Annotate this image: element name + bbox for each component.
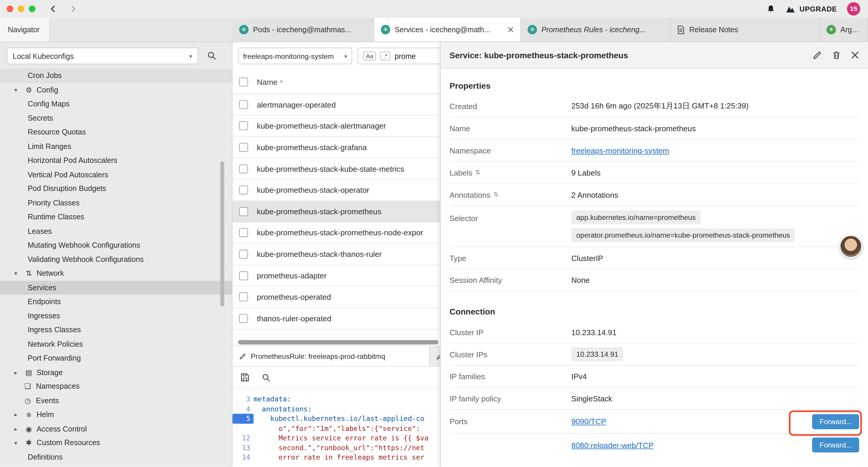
code-line: kubectl.kubernetes.io/last-applied-co <box>253 414 424 424</box>
port-link[interactable]: 8080:reloader-web/TCP <box>571 441 654 449</box>
row-checkbox[interactable] <box>239 100 248 109</box>
sidebar-item-custom-resources[interactable]: ▾✱Custom Resources <box>0 436 232 450</box>
edit-pencil-icon[interactable] <box>813 51 822 60</box>
sidebar-item-validating-webhook-configurations[interactable]: Validating Webhook Configurations <box>0 252 232 266</box>
forward-icon[interactable] <box>68 4 78 13</box>
sidebar-item-namespaces[interactable]: ❏Namespaces <box>0 379 232 393</box>
row-checkbox[interactable] <box>239 293 248 301</box>
match-case-toggle[interactable]: Aa <box>363 52 376 60</box>
chevron-down-icon: ▾ <box>14 270 21 276</box>
sidebar-search-icon[interactable] <box>207 51 217 60</box>
sidebar-item-resource-quotas[interactable]: Resource Quotas <box>0 125 232 139</box>
sidebar-item-events[interactable]: ◷Events <box>0 393 232 408</box>
dock-tab-prometheusrule[interactable]: PrometheusRule: freeleaps-prod-rabbitmq <box>232 346 430 366</box>
horizontal-scrollbar-thumb[interactable] <box>238 340 438 344</box>
sidebar-item-access-control[interactable]: ▸◉Access Control <box>0 422 232 436</box>
sidebar-item-network-policies[interactable]: Network Policies <box>0 337 232 351</box>
drawer-header: Service: kube-prometheus-stack-prometheu… <box>440 42 868 68</box>
document-icon <box>677 25 685 34</box>
row-checkbox[interactable] <box>239 314 248 323</box>
sidebar-item-network[interactable]: ▾⇅Network <box>0 266 232 281</box>
regex-toggle[interactable]: .* <box>380 52 390 60</box>
close-tab-icon[interactable] <box>507 27 514 33</box>
namespace-link[interactable]: freeleaps-monitoring-system <box>571 146 669 155</box>
properties-heading: Properties <box>450 76 859 95</box>
sidebar-item-storage[interactable]: ▸▤Storage <box>0 365 232 380</box>
sidebar-item-config[interactable]: ▾⚙Config <box>0 83 232 97</box>
minimize-window-button[interactable] <box>18 6 24 12</box>
sidebar-item-pod-disruption-budgets[interactable]: Pod Disruption Budgets <box>0 182 232 196</box>
sidebar-item-priority-classes[interactable]: Priority Classes <box>0 196 232 210</box>
forward-button[interactable]: Forward... <box>812 414 859 429</box>
chevron-right-icon: ▸ <box>14 369 21 375</box>
sidebar-item-ingresses[interactable]: Ingresses <box>0 309 232 323</box>
row-checkbox[interactable] <box>239 250 248 259</box>
sidebar-scrollbar[interactable] <box>220 161 224 306</box>
expand-collapse-icon[interactable]: ⇅ <box>475 169 480 176</box>
namespaces-icon: ❏ <box>23 382 32 390</box>
kubernetes-cluster-icon: ✳ <box>528 25 537 34</box>
tab-release-notes[interactable]: Release Notes <box>670 18 820 42</box>
sidebar-item-services[interactable]: Services <box>0 281 232 295</box>
sidebar-item-config-maps[interactable]: Config Maps <box>0 97 232 111</box>
sidebar-item-helm[interactable]: ▸⎈Helm <box>0 408 232 422</box>
ip-families-value: IPv4 <box>571 372 587 381</box>
code-line: error rate in freeleaps metrics ser <box>253 453 424 462</box>
notification-count-badge[interactable]: 15 <box>847 2 860 16</box>
editor-search-icon[interactable] <box>262 373 271 382</box>
row-checkbox[interactable] <box>239 271 248 280</box>
sidebar-item-secrets[interactable]: Secrets <box>0 111 232 125</box>
upgrade-button[interactable]: UPGRADE <box>785 5 837 13</box>
close-icon[interactable] <box>851 51 859 59</box>
tab-prometheus-rules[interactable]: ✳ Prometheus Rules - icecheng... <box>521 18 670 42</box>
close-window-button[interactable] <box>6 6 13 12</box>
sidebar-item-definitions[interactable]: Definitions <box>0 450 232 464</box>
forward-button[interactable]: Forward... <box>812 437 859 453</box>
notifications-bell-icon[interactable] <box>766 4 776 13</box>
custom-resources-icon: ✱ <box>24 439 33 447</box>
sidebar-item-mutating-webhook-configurations[interactable]: Mutating Webhook Configurations <box>0 238 232 253</box>
ip-family-policy-row: IP family policy SingleStack <box>450 388 859 410</box>
port-link[interactable]: 9090/TCP <box>571 417 606 426</box>
kubeconfig-dropdown[interactable]: Local Kubeconfigs ▾ <box>6 48 198 64</box>
cluster-ips-row: Cluster IPs 10.233.14.91 <box>450 344 859 366</box>
select-all-checkbox[interactable] <box>239 77 248 86</box>
tab-strip: Navigator ✳ Pods - icecheng@mathmas... ✳… <box>0 18 868 42</box>
namespace-dropdown-value: freeleaps-monitoring-system <box>243 52 334 60</box>
tab-pods[interactable]: ✳ Pods - icecheng@mathmas... <box>232 18 374 42</box>
sidebar-item-port-forwarding[interactable]: Port Forwarding <box>0 351 232 365</box>
sidebar-item-limit-ranges[interactable]: Limit Ranges <box>0 139 232 153</box>
sort-asc-icon: ^ <box>280 78 283 86</box>
namespace-dropdown[interactable]: freeleaps-monitoring-system ▾ <box>238 48 352 64</box>
sidebar-item-ingress-classes[interactable]: Ingress Classes <box>0 323 232 337</box>
back-icon[interactable] <box>49 4 58 13</box>
annotations-row: Annotations⇅ 2 Annotations <box>450 184 859 206</box>
sidebar-item-vertical-pod-autoscalers[interactable]: Vertical Pod Autoscalers <box>0 168 232 182</box>
sidebar-item-endpoints[interactable]: Endpoints <box>0 295 232 309</box>
created-value: 253d 16h 6m ago (2025年1月13日 GMT+8 1:25:3… <box>571 101 749 111</box>
sidebar-item-horizontal-pod-autoscalers[interactable]: Horizontal Pod Autoscalers <box>0 153 232 168</box>
row-checkbox[interactable] <box>239 164 248 173</box>
sidebar-item-runtime-classes[interactable]: Runtime Classes <box>0 210 232 224</box>
row-checkbox[interactable] <box>239 207 248 216</box>
row-checkbox[interactable] <box>239 143 248 152</box>
save-icon[interactable] <box>240 373 250 382</box>
sidebar-item-leases[interactable]: Leases <box>0 224 232 238</box>
connection-heading: Connection <box>450 301 859 321</box>
row-checkbox[interactable] <box>239 121 248 130</box>
maximize-window-button[interactable] <box>29 6 35 12</box>
row-checkbox[interactable] <box>239 185 248 195</box>
edit-pencil-icon <box>239 353 246 360</box>
tab-argo[interactable]: ✳ Argo Se <box>820 18 868 42</box>
annotations-value: 2 Annotations <box>571 191 618 199</box>
session-affinity-value: None <box>571 275 590 284</box>
name-column-header[interactable]: Name ^ <box>257 77 283 86</box>
kubernetes-cluster-icon: ✳ <box>381 25 390 34</box>
expand-collapse-icon[interactable]: ⇅ <box>493 191 498 198</box>
tab-navigator[interactable]: Navigator <box>0 18 50 42</box>
delete-trash-icon[interactable] <box>832 51 841 60</box>
presenter-avatar <box>839 235 863 258</box>
row-checkbox[interactable] <box>239 229 248 237</box>
sidebar-item-cron-jobs[interactable]: Cron Jobs <box>0 68 232 83</box>
tab-services[interactable]: ✳ Services - icecheng@math... <box>374 18 521 42</box>
